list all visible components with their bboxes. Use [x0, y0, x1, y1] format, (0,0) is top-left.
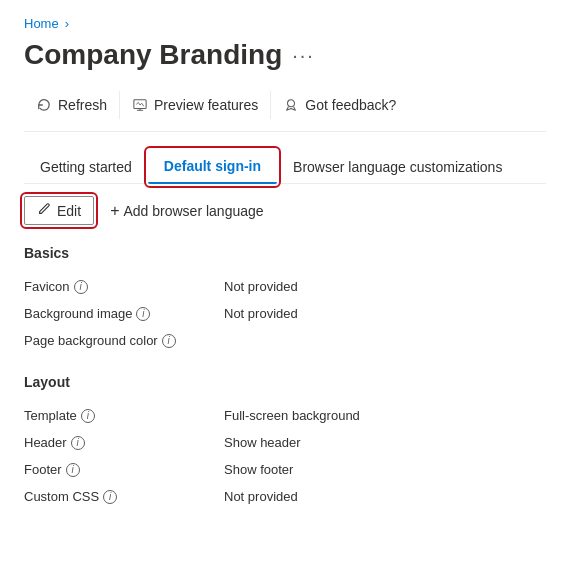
add-browser-language-button[interactable]: + Add browser language — [102, 198, 271, 224]
feedback-icon — [283, 97, 299, 113]
layout-section: Layout Template i Full-screen background… — [24, 374, 546, 510]
feedback-label: Got feedback? — [305, 97, 396, 113]
add-lang-label: Add browser language — [123, 203, 263, 219]
template-label: Template i — [24, 402, 224, 429]
custom-css-label: Custom CSS i — [24, 483, 224, 510]
basics-section-title: Basics — [24, 245, 546, 261]
footer-value: Show footer — [224, 456, 546, 483]
breadcrumb: Home › — [24, 16, 546, 31]
preview-features-button[interactable]: Preview features — [120, 91, 271, 119]
refresh-button[interactable]: Refresh — [24, 91, 120, 119]
page-title-row: Company Branding ··· — [24, 39, 546, 71]
page-bg-color-value — [224, 327, 546, 354]
custom-css-value: Not provided — [224, 483, 546, 510]
footer-info-icon[interactable]: i — [66, 463, 80, 477]
page-bg-color-info-icon[interactable]: i — [162, 334, 176, 348]
page-bg-color-label: Page background color i — [24, 327, 224, 354]
custom-css-info-icon[interactable]: i — [103, 490, 117, 504]
preview-label: Preview features — [154, 97, 258, 113]
tabs-container: Basics Getting started Default sign-in B… — [24, 150, 546, 184]
breadcrumb-home[interactable]: Home — [24, 16, 59, 31]
toolbar: Refresh Preview features Got feedback? — [24, 91, 546, 132]
tab-default-sign-in[interactable]: Default sign-in — [148, 150, 277, 184]
header-label: Header i — [24, 429, 224, 456]
breadcrumb-separator: › — [65, 16, 69, 31]
template-info-icon[interactable]: i — [81, 409, 95, 423]
svg-rect-0 — [134, 100, 146, 109]
favicon-value: Not provided — [224, 273, 546, 300]
footer-label: Footer i — [24, 456, 224, 483]
refresh-label: Refresh — [58, 97, 107, 113]
background-image-value: Not provided — [224, 300, 546, 327]
edit-button[interactable]: Edit — [24, 196, 94, 225]
template-value: Full-screen background — [224, 402, 546, 429]
favicon-info-icon[interactable]: i — [74, 280, 88, 294]
tab-browser-language[interactable]: Browser language customizations — [277, 151, 518, 183]
background-image-info-icon[interactable]: i — [136, 307, 150, 321]
edit-label: Edit — [57, 203, 81, 219]
tab-getting-started[interactable]: Basics Getting started — [24, 151, 148, 183]
header-value: Show header — [224, 429, 546, 456]
favicon-label: Favicon i — [24, 273, 224, 300]
feedback-button[interactable]: Got feedback? — [271, 91, 408, 119]
edit-icon — [37, 202, 51, 219]
header-info-icon[interactable]: i — [71, 436, 85, 450]
plus-icon: + — [110, 203, 119, 219]
layout-section-title: Layout — [24, 374, 546, 390]
background-image-label: Background image i — [24, 300, 224, 327]
svg-point-3 — [288, 100, 295, 107]
page-title: Company Branding — [24, 39, 282, 71]
layout-properties: Template i Full-screen background Header… — [24, 402, 546, 510]
basics-properties: Favicon i Not provided Background image … — [24, 273, 546, 354]
preview-icon — [132, 97, 148, 113]
refresh-icon — [36, 97, 52, 113]
more-options-button[interactable]: ··· — [292, 45, 315, 65]
action-row: Edit + Add browser language — [24, 196, 546, 225]
basics-section: Basics Favicon i Not provided Background… — [24, 245, 546, 354]
